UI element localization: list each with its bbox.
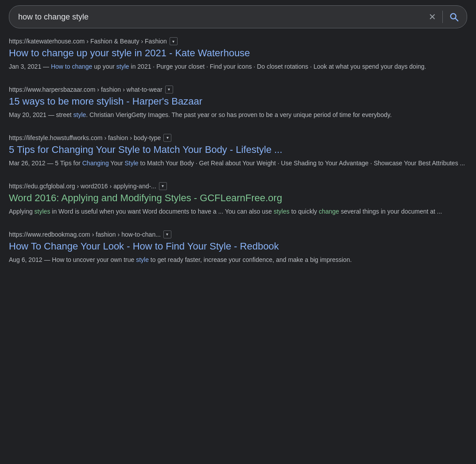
url-crumb: how-to-chan... bbox=[121, 231, 161, 238]
result-title[interactable]: 15 ways to be more stylish - Harper's Ba… bbox=[9, 95, 467, 108]
result-url: https://www.redbookmag.com › fashion › h… bbox=[9, 230, 467, 238]
result-item: https://www.redbookmag.com › fashion › h… bbox=[9, 230, 467, 265]
url-dropdown-button[interactable]: ▾ bbox=[163, 230, 171, 238]
search-input[interactable] bbox=[15, 12, 426, 22]
url-crumb: fashion bbox=[108, 134, 128, 141]
url-base: https://lifestyle.howstuffworks.com bbox=[9, 134, 102, 141]
url-crumb: what-to-wear bbox=[127, 86, 163, 93]
result-url: https://katewaterhouse.com › Fashion & B… bbox=[9, 37, 467, 45]
result-title[interactable]: How To Change Your Look - How to Find Yo… bbox=[9, 240, 467, 253]
result-snippet: Mar 26, 2012 — 5 Tips for Changing Your … bbox=[9, 158, 467, 168]
result-item: https://lifestyle.howstuffworks.com › fa… bbox=[9, 134, 467, 168]
clear-button[interactable]: ✕ bbox=[426, 10, 439, 24]
svg-line-1 bbox=[455, 18, 458, 21]
url-base: https://edu.gcfglobal.org bbox=[9, 183, 75, 190]
result-snippet: Applying styles in Word is useful when y… bbox=[9, 207, 467, 216]
result-title[interactable]: How to change up your style in 2021 - Ka… bbox=[9, 47, 467, 60]
url-base: https://www.redbookmag.com bbox=[9, 231, 90, 238]
search-bar: ✕ bbox=[9, 5, 467, 28]
result-item: https://www.harpersbazaar.com › fashion … bbox=[9, 86, 467, 120]
url-dropdown-button[interactable]: ▾ bbox=[170, 37, 178, 45]
result-url: https://edu.gcfglobal.org › word2016 › a… bbox=[9, 182, 467, 190]
result-url: https://www.harpersbazaar.com › fashion … bbox=[9, 86, 467, 94]
url-dropdown-button[interactable]: ▾ bbox=[163, 134, 171, 142]
url-base: https://katewaterhouse.com bbox=[9, 38, 85, 45]
result-snippet: Jan 3, 2021 — How to change up your styl… bbox=[9, 62, 467, 71]
search-divider bbox=[442, 11, 443, 23]
result-title[interactable]: Word 2016: Applying and Modifying Styles… bbox=[9, 192, 467, 205]
url-crumb: applying-and-... bbox=[113, 183, 156, 190]
url-crumb: fashion bbox=[96, 231, 116, 238]
result-item: https://katewaterhouse.com › Fashion & B… bbox=[9, 37, 467, 71]
url-crumb: Fashion & Beauty bbox=[90, 38, 139, 45]
url-dropdown-button[interactable]: ▾ bbox=[165, 86, 173, 94]
result-snippet: Aug 6, 2012 — How to uncover your own tr… bbox=[9, 255, 467, 265]
url-crumb: fashion bbox=[101, 86, 121, 93]
url-crumb: body-type bbox=[134, 134, 161, 141]
url-base: https://www.harpersbazaar.com bbox=[9, 86, 95, 93]
url-crumb: Fashion bbox=[145, 38, 167, 45]
search-button[interactable] bbox=[446, 10, 461, 23]
results-container: https://katewaterhouse.com › Fashion & B… bbox=[0, 37, 476, 265]
search-icon bbox=[449, 12, 459, 22]
url-dropdown-button[interactable]: ▾ bbox=[159, 182, 167, 190]
result-snippet: May 20, 2021 — street style. Christian V… bbox=[9, 110, 467, 120]
url-crumb: word2016 bbox=[81, 183, 108, 190]
result-url: https://lifestyle.howstuffworks.com › fa… bbox=[9, 134, 467, 142]
result-item: https://edu.gcfglobal.org › word2016 › a… bbox=[9, 182, 467, 216]
result-title[interactable]: 5 Tips for Changing Your Style to Match … bbox=[9, 144, 467, 156]
